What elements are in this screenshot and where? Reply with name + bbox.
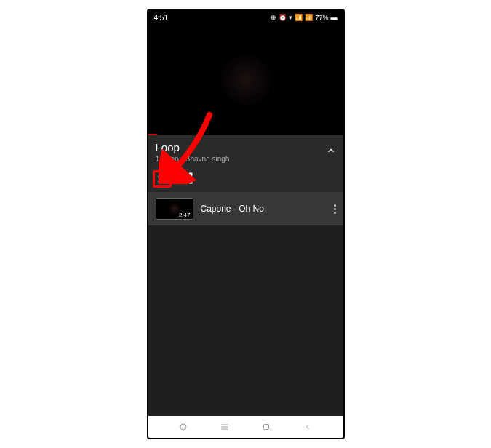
playlist-controls: [148, 167, 343, 192]
phone-frame: 4:51 ⊕ ⏰ ▾ 📶 📶 77% ▬ Loop 1 video • Bhav…: [147, 9, 345, 439]
playlist-title: Loop: [156, 141, 230, 153]
home-button[interactable]: [261, 422, 271, 432]
video-title: Capone - Oh No: [201, 204, 327, 214]
shuffle-icon[interactable]: [179, 170, 195, 186]
system-nav-bar: [148, 416, 343, 438]
playlist-scroll-area[interactable]: [148, 225, 343, 416]
loop-icon[interactable]: [156, 170, 172, 186]
status-indicators: ⊕ ⏰ ▾ 📶 📶 77% ▬: [271, 14, 337, 21]
menu-button[interactable]: [220, 422, 230, 432]
battery-text: 77%: [315, 14, 328, 21]
video-player[interactable]: [148, 25, 343, 135]
battery-icon: ▬: [331, 14, 338, 21]
signal-icon-2: 📶: [305, 14, 313, 21]
alarm-icon: ⏰: [279, 14, 287, 21]
playlist-item[interactable]: 2:47 Capone - Oh No: [148, 192, 343, 225]
chevron-up-icon[interactable]: [326, 141, 336, 159]
video-thumbnail[interactable]: 2:47: [156, 198, 193, 220]
video-duration: 2:47: [177, 212, 192, 218]
playlist-header[interactable]: Loop 1 video • Bhavna singh: [148, 135, 343, 167]
video-progress[interactable]: [148, 134, 157, 135]
signal-icon: 📶: [295, 14, 303, 21]
playlist-info: Loop 1 video • Bhavna singh: [156, 141, 230, 163]
recents-button[interactable]: [178, 422, 188, 432]
wifi-icon: ▾: [289, 14, 292, 21]
more-options-icon[interactable]: [334, 204, 336, 214]
playlist-subtitle: 1 video • Bhavna singh: [156, 155, 230, 163]
svg-line-2: [183, 174, 185, 177]
status-bar: 4:51 ⊕ ⏰ ▾ 📶 📶 77% ▬: [148, 10, 343, 25]
notification-icon: ⊕: [271, 14, 276, 21]
svg-rect-7: [264, 425, 269, 430]
svg-point-3: [180, 424, 186, 430]
back-button[interactable]: [303, 422, 313, 432]
status-time: 4:51: [154, 14, 168, 22]
